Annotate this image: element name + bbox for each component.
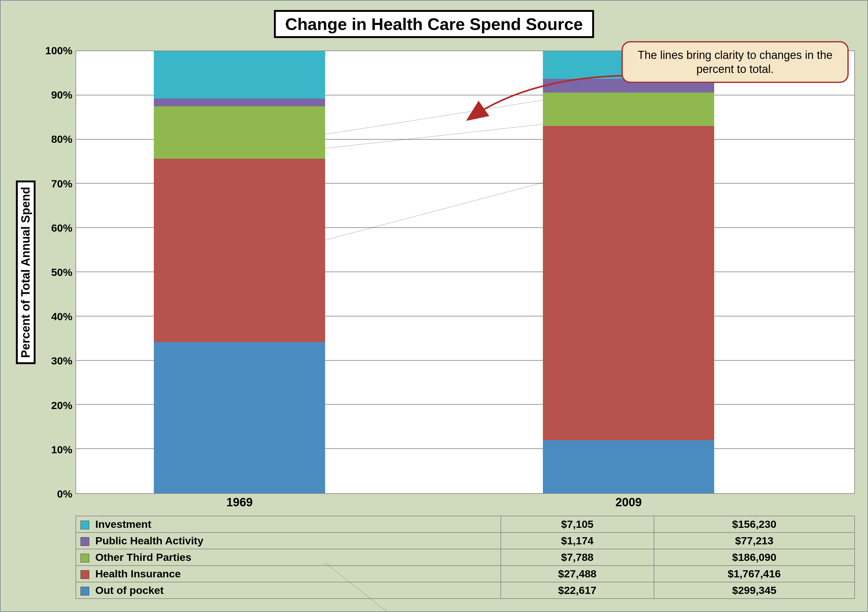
value-cell: $27,488 bbox=[501, 566, 654, 582]
y-tick: 80% bbox=[51, 133, 72, 145]
y-axis-label-wrap: Percent of Total Annual Spend bbox=[13, 51, 38, 494]
x-tick-1969: 1969 bbox=[154, 493, 325, 509]
y-tick: 20% bbox=[51, 399, 72, 411]
swatch-icon bbox=[81, 537, 89, 546]
series-name: Investment bbox=[95, 518, 151, 530]
y-tick: 70% bbox=[51, 178, 72, 190]
seg-other-third-parties-2009 bbox=[543, 93, 714, 126]
series-name: Out of pocket bbox=[95, 584, 163, 596]
seg-investment-1969 bbox=[154, 51, 325, 99]
legend-cell: Other Third Parties bbox=[76, 549, 501, 566]
svg-line-4 bbox=[325, 100, 543, 134]
value-cell: $22,617 bbox=[501, 582, 654, 599]
svg-line-2 bbox=[325, 182, 543, 240]
legend-cell: Out of pocket bbox=[76, 582, 501, 599]
value-cell: $156,230 bbox=[654, 516, 855, 533]
seg-health-insurance-2009 bbox=[543, 126, 714, 440]
annotation-text: The lines bring clarity to changes in th… bbox=[638, 49, 832, 76]
table-row: Out of pocket $22,617 $299,345 bbox=[76, 582, 855, 599]
value-cell: $7,105 bbox=[501, 516, 654, 533]
legend-cell: Health Insurance bbox=[76, 566, 501, 582]
y-tick: 40% bbox=[51, 311, 72, 323]
swatch-icon bbox=[81, 521, 89, 529]
bar-1969: 1969 bbox=[154, 51, 325, 493]
seg-health-insurance-1969 bbox=[154, 159, 325, 342]
svg-line-3 bbox=[325, 124, 543, 148]
y-tick: 100% bbox=[45, 45, 72, 57]
title-wrap: Change in Health Care Spend Source bbox=[13, 10, 855, 38]
series-name: Other Third Parties bbox=[95, 551, 191, 563]
y-tick: 50% bbox=[51, 266, 72, 278]
series-name: Public Health Activity bbox=[95, 535, 203, 547]
value-cell: $77,213 bbox=[654, 533, 855, 549]
x-tick-2009: 2009 bbox=[543, 493, 714, 509]
legend-cell: Public Health Activity bbox=[76, 533, 501, 549]
value-cell: $186,090 bbox=[654, 549, 855, 566]
data-table: Investment $7,105 $156,230 Public Health… bbox=[76, 516, 855, 599]
value-cell: $1,767,416 bbox=[654, 566, 855, 582]
bar-2009: 2009 bbox=[543, 51, 714, 493]
y-tick: 60% bbox=[51, 222, 72, 234]
value-cell: $299,345 bbox=[654, 582, 855, 599]
seg-out-of-pocket-2009 bbox=[543, 440, 714, 493]
series-name: Health Insurance bbox=[95, 568, 181, 580]
seg-public-health-activity-1969 bbox=[154, 99, 325, 107]
annotation-callout: The lines bring clarity to changes in th… bbox=[622, 41, 849, 83]
table-row: Public Health Activity $1,174 $77,213 bbox=[76, 533, 855, 549]
data-table-wrap: Investment $7,105 $156,230 Public Health… bbox=[76, 516, 855, 599]
value-cell: $1,174 bbox=[501, 533, 654, 549]
swatch-icon bbox=[81, 587, 89, 595]
y-tick: 0% bbox=[57, 488, 72, 500]
y-axis-label: Percent of Total Annual Spend bbox=[16, 181, 36, 364]
chart-row: Percent of Total Annual Spend 0% 10% 20%… bbox=[13, 51, 855, 494]
y-tick: 10% bbox=[51, 444, 72, 456]
table-row: Other Third Parties $7,788 $186,090 bbox=[76, 549, 855, 566]
y-tick: 30% bbox=[51, 355, 72, 367]
plot-area: 1969 2009 bbox=[76, 51, 855, 494]
chart-title: Change in Health Care Spend Source bbox=[274, 10, 594, 38]
swatch-icon bbox=[81, 570, 89, 579]
y-axis-ticks: 0% 10% 20% 30% 40% 50% 60% 70% 80% 90% 1… bbox=[38, 51, 76, 494]
value-cell: $7,788 bbox=[501, 549, 654, 566]
table-row: Investment $7,105 $156,230 bbox=[76, 516, 855, 533]
legend-cell: Investment bbox=[76, 516, 501, 533]
swatch-icon bbox=[81, 554, 89, 563]
seg-other-third-parties-1969 bbox=[154, 106, 325, 158]
table-row: Health Insurance $27,488 $1,767,416 bbox=[76, 566, 855, 582]
chart-container: Change in Health Care Spend Source The l… bbox=[0, 0, 868, 612]
seg-out-of-pocket-1969 bbox=[154, 342, 325, 493]
y-tick: 90% bbox=[51, 89, 72, 101]
